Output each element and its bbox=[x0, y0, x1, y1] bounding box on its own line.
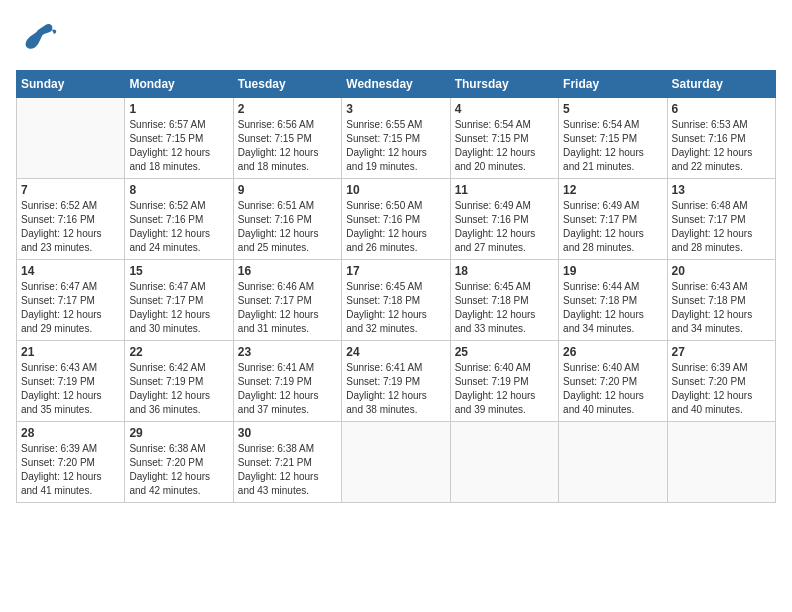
calendar-cell: 16Sunrise: 6:46 AM Sunset: 7:17 PM Dayli… bbox=[233, 260, 341, 341]
calendar-cell: 3Sunrise: 6:55 AM Sunset: 7:15 PM Daylig… bbox=[342, 98, 450, 179]
calendar-cell: 30Sunrise: 6:38 AM Sunset: 7:21 PM Dayli… bbox=[233, 422, 341, 503]
day-number: 26 bbox=[563, 345, 662, 359]
day-number: 4 bbox=[455, 102, 554, 116]
calendar-cell: 29Sunrise: 6:38 AM Sunset: 7:20 PM Dayli… bbox=[125, 422, 233, 503]
day-info: Sunrise: 6:54 AM Sunset: 7:15 PM Dayligh… bbox=[455, 118, 554, 174]
day-number: 2 bbox=[238, 102, 337, 116]
col-header-monday: Monday bbox=[125, 71, 233, 98]
day-info: Sunrise: 6:49 AM Sunset: 7:17 PM Dayligh… bbox=[563, 199, 662, 255]
day-number: 20 bbox=[672, 264, 771, 278]
calendar-week-row: 1Sunrise: 6:57 AM Sunset: 7:15 PM Daylig… bbox=[17, 98, 776, 179]
day-number: 3 bbox=[346, 102, 445, 116]
calendar-cell bbox=[559, 422, 667, 503]
calendar-cell: 24Sunrise: 6:41 AM Sunset: 7:19 PM Dayli… bbox=[342, 341, 450, 422]
col-header-saturday: Saturday bbox=[667, 71, 775, 98]
calendar-cell: 5Sunrise: 6:54 AM Sunset: 7:15 PM Daylig… bbox=[559, 98, 667, 179]
day-info: Sunrise: 6:55 AM Sunset: 7:15 PM Dayligh… bbox=[346, 118, 445, 174]
calendar-week-row: 28Sunrise: 6:39 AM Sunset: 7:20 PM Dayli… bbox=[17, 422, 776, 503]
page-header bbox=[16, 16, 776, 60]
calendar-cell: 28Sunrise: 6:39 AM Sunset: 7:20 PM Dayli… bbox=[17, 422, 125, 503]
calendar-cell: 20Sunrise: 6:43 AM Sunset: 7:18 PM Dayli… bbox=[667, 260, 775, 341]
day-number: 6 bbox=[672, 102, 771, 116]
day-info: Sunrise: 6:40 AM Sunset: 7:19 PM Dayligh… bbox=[455, 361, 554, 417]
day-number: 16 bbox=[238, 264, 337, 278]
calendar-cell: 25Sunrise: 6:40 AM Sunset: 7:19 PM Dayli… bbox=[450, 341, 558, 422]
day-number: 21 bbox=[21, 345, 120, 359]
day-info: Sunrise: 6:47 AM Sunset: 7:17 PM Dayligh… bbox=[129, 280, 228, 336]
day-info: Sunrise: 6:48 AM Sunset: 7:17 PM Dayligh… bbox=[672, 199, 771, 255]
day-info: Sunrise: 6:51 AM Sunset: 7:16 PM Dayligh… bbox=[238, 199, 337, 255]
day-number: 15 bbox=[129, 264, 228, 278]
day-info: Sunrise: 6:57 AM Sunset: 7:15 PM Dayligh… bbox=[129, 118, 228, 174]
day-info: Sunrise: 6:38 AM Sunset: 7:20 PM Dayligh… bbox=[129, 442, 228, 498]
calendar-cell: 7Sunrise: 6:52 AM Sunset: 7:16 PM Daylig… bbox=[17, 179, 125, 260]
calendar-cell: 22Sunrise: 6:42 AM Sunset: 7:19 PM Dayli… bbox=[125, 341, 233, 422]
calendar-cell: 17Sunrise: 6:45 AM Sunset: 7:18 PM Dayli… bbox=[342, 260, 450, 341]
calendar-cell: 4Sunrise: 6:54 AM Sunset: 7:15 PM Daylig… bbox=[450, 98, 558, 179]
day-number: 23 bbox=[238, 345, 337, 359]
day-number: 7 bbox=[21, 183, 120, 197]
calendar-week-row: 14Sunrise: 6:47 AM Sunset: 7:17 PM Dayli… bbox=[17, 260, 776, 341]
day-number: 11 bbox=[455, 183, 554, 197]
day-info: Sunrise: 6:39 AM Sunset: 7:20 PM Dayligh… bbox=[672, 361, 771, 417]
calendar-cell: 14Sunrise: 6:47 AM Sunset: 7:17 PM Dayli… bbox=[17, 260, 125, 341]
day-number: 19 bbox=[563, 264, 662, 278]
day-number: 5 bbox=[563, 102, 662, 116]
day-info: Sunrise: 6:53 AM Sunset: 7:16 PM Dayligh… bbox=[672, 118, 771, 174]
calendar-cell: 11Sunrise: 6:49 AM Sunset: 7:16 PM Dayli… bbox=[450, 179, 558, 260]
day-info: Sunrise: 6:45 AM Sunset: 7:18 PM Dayligh… bbox=[455, 280, 554, 336]
day-info: Sunrise: 6:46 AM Sunset: 7:17 PM Dayligh… bbox=[238, 280, 337, 336]
calendar-cell bbox=[17, 98, 125, 179]
day-number: 8 bbox=[129, 183, 228, 197]
day-number: 9 bbox=[238, 183, 337, 197]
day-info: Sunrise: 6:41 AM Sunset: 7:19 PM Dayligh… bbox=[346, 361, 445, 417]
day-info: Sunrise: 6:38 AM Sunset: 7:21 PM Dayligh… bbox=[238, 442, 337, 498]
day-number: 25 bbox=[455, 345, 554, 359]
day-number: 18 bbox=[455, 264, 554, 278]
day-number: 12 bbox=[563, 183, 662, 197]
calendar-week-row: 7Sunrise: 6:52 AM Sunset: 7:16 PM Daylig… bbox=[17, 179, 776, 260]
calendar-cell: 15Sunrise: 6:47 AM Sunset: 7:17 PM Dayli… bbox=[125, 260, 233, 341]
day-info: Sunrise: 6:41 AM Sunset: 7:19 PM Dayligh… bbox=[238, 361, 337, 417]
col-header-tuesday: Tuesday bbox=[233, 71, 341, 98]
day-number: 27 bbox=[672, 345, 771, 359]
day-info: Sunrise: 6:49 AM Sunset: 7:16 PM Dayligh… bbox=[455, 199, 554, 255]
calendar-cell: 2Sunrise: 6:56 AM Sunset: 7:15 PM Daylig… bbox=[233, 98, 341, 179]
day-info: Sunrise: 6:50 AM Sunset: 7:16 PM Dayligh… bbox=[346, 199, 445, 255]
calendar-header-row: SundayMondayTuesdayWednesdayThursdayFrid… bbox=[17, 71, 776, 98]
calendar-cell: 1Sunrise: 6:57 AM Sunset: 7:15 PM Daylig… bbox=[125, 98, 233, 179]
day-number: 24 bbox=[346, 345, 445, 359]
day-number: 30 bbox=[238, 426, 337, 440]
calendar-cell: 13Sunrise: 6:48 AM Sunset: 7:17 PM Dayli… bbox=[667, 179, 775, 260]
calendar-cell bbox=[450, 422, 558, 503]
calendar-cell: 21Sunrise: 6:43 AM Sunset: 7:19 PM Dayli… bbox=[17, 341, 125, 422]
day-info: Sunrise: 6:56 AM Sunset: 7:15 PM Dayligh… bbox=[238, 118, 337, 174]
day-info: Sunrise: 6:43 AM Sunset: 7:19 PM Dayligh… bbox=[21, 361, 120, 417]
calendar-cell: 26Sunrise: 6:40 AM Sunset: 7:20 PM Dayli… bbox=[559, 341, 667, 422]
calendar-cell: 10Sunrise: 6:50 AM Sunset: 7:16 PM Dayli… bbox=[342, 179, 450, 260]
col-header-wednesday: Wednesday bbox=[342, 71, 450, 98]
calendar-cell: 8Sunrise: 6:52 AM Sunset: 7:16 PM Daylig… bbox=[125, 179, 233, 260]
calendar-cell bbox=[667, 422, 775, 503]
day-number: 17 bbox=[346, 264, 445, 278]
day-number: 29 bbox=[129, 426, 228, 440]
day-info: Sunrise: 6:39 AM Sunset: 7:20 PM Dayligh… bbox=[21, 442, 120, 498]
day-info: Sunrise: 6:45 AM Sunset: 7:18 PM Dayligh… bbox=[346, 280, 445, 336]
calendar-cell: 9Sunrise: 6:51 AM Sunset: 7:16 PM Daylig… bbox=[233, 179, 341, 260]
day-info: Sunrise: 6:40 AM Sunset: 7:20 PM Dayligh… bbox=[563, 361, 662, 417]
calendar-cell: 19Sunrise: 6:44 AM Sunset: 7:18 PM Dayli… bbox=[559, 260, 667, 341]
calendar-cell: 12Sunrise: 6:49 AM Sunset: 7:17 PM Dayli… bbox=[559, 179, 667, 260]
day-number: 28 bbox=[21, 426, 120, 440]
day-info: Sunrise: 6:44 AM Sunset: 7:18 PM Dayligh… bbox=[563, 280, 662, 336]
col-header-friday: Friday bbox=[559, 71, 667, 98]
day-number: 13 bbox=[672, 183, 771, 197]
day-info: Sunrise: 6:42 AM Sunset: 7:19 PM Dayligh… bbox=[129, 361, 228, 417]
day-info: Sunrise: 6:47 AM Sunset: 7:17 PM Dayligh… bbox=[21, 280, 120, 336]
day-number: 22 bbox=[129, 345, 228, 359]
day-number: 10 bbox=[346, 183, 445, 197]
calendar-cell: 18Sunrise: 6:45 AM Sunset: 7:18 PM Dayli… bbox=[450, 260, 558, 341]
calendar-cell bbox=[342, 422, 450, 503]
calendar-cell: 23Sunrise: 6:41 AM Sunset: 7:19 PM Dayli… bbox=[233, 341, 341, 422]
logo-icon bbox=[16, 16, 60, 60]
day-info: Sunrise: 6:52 AM Sunset: 7:16 PM Dayligh… bbox=[21, 199, 120, 255]
